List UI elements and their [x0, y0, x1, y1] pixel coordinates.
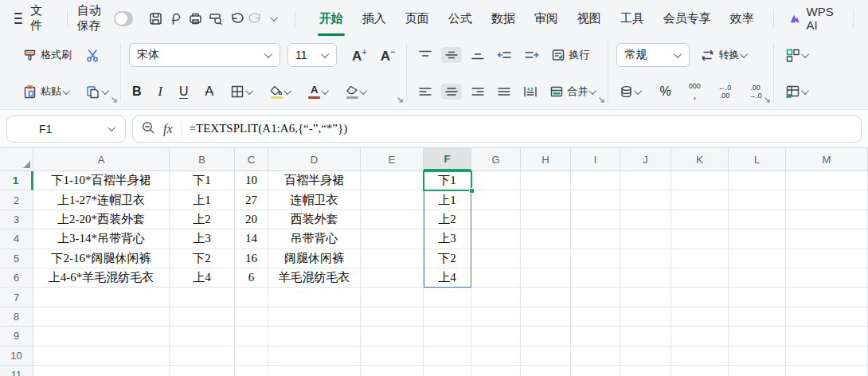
cell-K1[interactable]	[671, 171, 729, 190]
cell-M9[interactable]	[786, 327, 868, 346]
cell-I1[interactable]	[571, 171, 620, 190]
cell-M3[interactable]	[786, 210, 868, 229]
cell-J9[interactable]	[620, 327, 671, 346]
cell-A6[interactable]: 上4-6*羊毛混纺毛衣	[33, 268, 170, 288]
cell-A3[interactable]: 上2-20*西装外套	[33, 210, 170, 229]
convert-button[interactable]: 转换	[697, 45, 751, 65]
cell-J6[interactable]	[620, 268, 671, 288]
cell-I5[interactable]	[571, 249, 620, 268]
cell-B8[interactable]	[170, 307, 235, 327]
hamburger-icon[interactable]	[14, 13, 22, 24]
redo-button[interactable]	[248, 7, 264, 29]
row-header-10[interactable]: 10	[0, 347, 33, 366]
cell-J10[interactable]	[620, 347, 671, 366]
formula-input[interactable]: =TEXTSPLIT(A1:A6,{“-”,“*”})	[190, 122, 348, 135]
cell-D4[interactable]: 吊带背心	[268, 229, 361, 249]
cell-C6[interactable]: 6	[235, 268, 268, 288]
col-header-C[interactable]: C	[235, 148, 268, 171]
col-header-M[interactable]: M	[786, 148, 868, 171]
paste-button[interactable]: 粘贴	[19, 82, 73, 102]
fx-icon[interactable]: fx	[163, 122, 173, 136]
cell-A5[interactable]: 下2-16*阔腿休闲裤	[33, 249, 170, 268]
print-button[interactable]	[188, 7, 203, 29]
cell-K5[interactable]	[671, 249, 729, 268]
font-color-button[interactable]: A	[305, 82, 332, 101]
tab-审阅[interactable]: 审阅	[525, 0, 568, 37]
cell-A11[interactable]	[33, 366, 170, 376]
decrease-decimal-button[interactable]: .00→.0	[745, 82, 765, 102]
cell-B10[interactable]	[170, 347, 235, 366]
cell-L7[interactable]	[729, 288, 786, 307]
export-pdf-button[interactable]	[168, 7, 183, 29]
cell-L8[interactable]	[729, 307, 786, 327]
increase-indent-button[interactable]	[521, 47, 542, 63]
cell-E3[interactable]	[361, 210, 424, 229]
cell-H2[interactable]	[521, 190, 571, 210]
cell-M7[interactable]	[786, 288, 868, 307]
cell-G3[interactable]	[471, 210, 521, 229]
file-menu[interactable]: 文件	[30, 3, 45, 33]
autosave-toggle[interactable]	[114, 11, 132, 26]
cell-F7[interactable]	[424, 288, 471, 307]
cell-A7[interactable]	[33, 288, 170, 307]
row-header-3[interactable]: 3	[0, 210, 33, 229]
col-header-L[interactable]: L	[729, 148, 786, 171]
cell-K11[interactable]	[671, 366, 729, 376]
cell-B11[interactable]	[170, 366, 235, 376]
align-left-button[interactable]	[415, 84, 436, 100]
col-header-A[interactable]: A	[33, 148, 170, 171]
cell-I7[interactable]	[571, 288, 620, 307]
thousands-separator-button[interactable]: 000，	[686, 80, 704, 103]
cell-H7[interactable]	[521, 288, 571, 307]
cell-D2[interactable]: 连帽卫衣	[268, 190, 361, 210]
quick-access-more-button[interactable]	[268, 7, 283, 29]
cell-B1[interactable]: 下1	[170, 171, 235, 190]
cell-K10[interactable]	[671, 347, 729, 366]
cell-D3[interactable]: 西装外套	[268, 210, 361, 229]
cell-E4[interactable]	[361, 229, 424, 249]
cell-E1[interactable]	[361, 171, 424, 190]
increase-decimal-button[interactable]: ←.0.00	[715, 82, 735, 102]
cell-B5[interactable]: 下2	[170, 249, 235, 268]
cell-G6[interactable]	[471, 268, 521, 288]
cell-F10[interactable]	[424, 347, 471, 366]
cell-K8[interactable]	[671, 307, 729, 327]
cell-L6[interactable]	[729, 268, 786, 288]
cell-E6[interactable]	[361, 268, 424, 288]
number-expander[interactable]	[764, 92, 771, 107]
tab-视图[interactable]: 视图	[568, 0, 611, 37]
cell-H4[interactable]	[521, 229, 571, 249]
cell-K6[interactable]	[671, 268, 729, 288]
fill-color-button[interactable]	[267, 83, 295, 101]
cell-F4[interactable]: 上3	[424, 229, 471, 249]
row-header-6[interactable]: 6	[0, 268, 33, 288]
cell-H9[interactable]	[521, 327, 571, 346]
formula-input-area[interactable]: fx =TEXTSPLIT(A1:A6,{“-”,“*”})	[132, 116, 862, 143]
cell-E7[interactable]	[361, 288, 424, 307]
cell-I10[interactable]	[571, 347, 620, 366]
wrap-text-button[interactable]: 换行	[548, 45, 592, 65]
col-header-H[interactable]: H	[521, 148, 571, 171]
currency-format-button[interactable]	[616, 83, 645, 100]
cell-E11[interactable]	[361, 366, 424, 376]
cell-L3[interactable]	[729, 210, 786, 229]
cell-I2[interactable]	[571, 190, 620, 210]
percent-button[interactable]: %	[656, 82, 674, 101]
cell-A2[interactable]: 上1-27*连帽卫衣	[33, 190, 170, 210]
justify-button[interactable]	[494, 84, 514, 100]
cell-H11[interactable]	[521, 366, 571, 376]
fill-handle[interactable]	[469, 188, 475, 194]
cell-F8[interactable]	[424, 307, 471, 327]
col-header-K[interactable]: K	[671, 148, 729, 171]
cell-E10[interactable]	[361, 347, 424, 366]
rows-columns-button[interactable]	[782, 45, 812, 65]
cell-J7[interactable]	[620, 288, 671, 307]
wps-ai-label[interactable]: WPS AI	[807, 5, 838, 32]
cell-L9[interactable]	[729, 327, 786, 346]
row-header-2[interactable]: 2	[0, 190, 33, 210]
row-header-1[interactable]: 1	[0, 171, 33, 190]
col-header-I[interactable]: I	[571, 148, 620, 171]
cell-I9[interactable]	[571, 327, 620, 346]
cell-F9[interactable]	[424, 327, 471, 346]
cell-D1[interactable]: 百褶半身裙	[268, 171, 361, 190]
